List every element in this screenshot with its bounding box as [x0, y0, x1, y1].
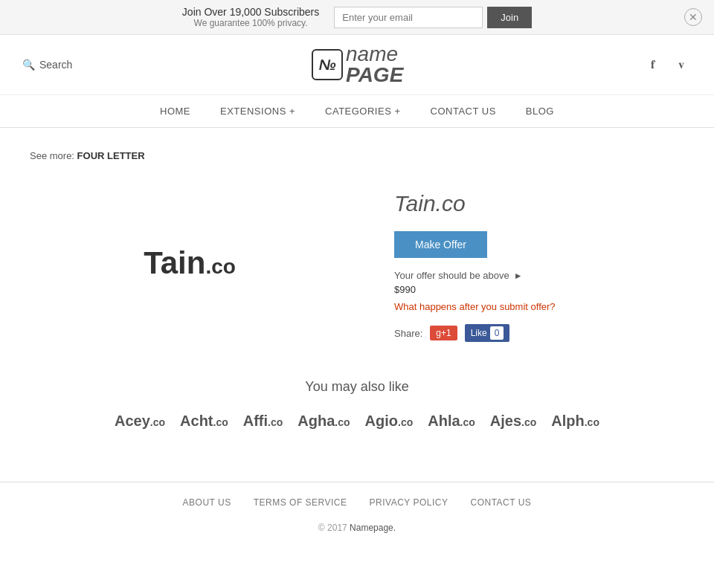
domain-card[interactable]: Affi.co [243, 413, 283, 430]
main-nav: HOME EXTENSIONS + CATEGORIES + CONTACT U… [0, 95, 714, 128]
banner-sub-text: We guarantee 100% privacy. [182, 18, 319, 28]
also-like-grid: Acey.coAcht.coAffi.coAgha.coAgio.coAhla.… [30, 413, 684, 430]
footer-nav-link[interactable]: ABOUT US [183, 497, 231, 508]
main-content: See more: FOUR LETTER Tain.co Tain.co Ma… [0, 128, 714, 482]
domain-card[interactable]: Ahla.co [428, 413, 475, 430]
offer-question-link[interactable]: What happens after you submit offer? [394, 301, 684, 312]
domain-logo-display: Tain.co [144, 245, 236, 281]
footer-nav-link[interactable]: PRIVACY POLICY [370, 497, 448, 508]
breadcrumb: See more: FOUR LETTER [30, 150, 684, 161]
search-icon: 🔍 [22, 59, 35, 71]
logo[interactable]: № name PAGE [312, 44, 403, 85]
site-header: 🔍 Search № name PAGE 𝐟 𝐯 [0, 35, 714, 95]
fb-like-label: Like [471, 328, 487, 338]
nav-home[interactable]: HOME [160, 106, 190, 117]
domain-card-tld: .co [398, 416, 413, 428]
domain-card[interactable]: Alph.co [551, 413, 599, 430]
facebook-icon[interactable]: 𝐟 [643, 54, 663, 75]
fb-count: 0 [490, 326, 504, 340]
domain-card[interactable]: Acht.co [180, 413, 228, 430]
domain-logo-name: Tain [144, 245, 205, 280]
domain-name-large: Tain.co [394, 191, 684, 216]
share-area: Share: g+1 Like 0 [394, 324, 684, 342]
logo-icon: № [312, 49, 343, 80]
footer-copyright: © 2017 Namepage. [30, 523, 684, 533]
domain-card[interactable]: Ajes.co [490, 413, 536, 430]
twitter-icon[interactable]: 𝐯 [671, 54, 692, 75]
domain-logo-tld: .co [205, 255, 235, 278]
nav-categories[interactable]: CATEGORIES + [325, 106, 400, 117]
copyright-year: © 2017 [318, 523, 347, 533]
offer-info-text: Your offer should be above [394, 270, 509, 281]
logo-area: № name PAGE [312, 44, 403, 85]
domain-card-name: Acey [115, 413, 150, 429]
logo-page: PAGE [346, 65, 403, 85]
domain-card-tld: .co [521, 416, 536, 428]
domain-section: Tain.co Tain.co Make Offer Your offer sh… [30, 184, 684, 342]
domain-card-tld: .co [150, 416, 165, 428]
domain-card[interactable]: Acey.co [115, 413, 165, 430]
domain-card-tld: .co [460, 416, 475, 428]
nav-blog[interactable]: BLOG [526, 106, 554, 117]
footer-brand-link[interactable]: Namepage. [350, 523, 396, 533]
nav-extensions[interactable]: EXTENSIONS + [220, 106, 295, 117]
top-banner: Join Over 19,000 Subscribers We guarante… [0, 0, 714, 35]
domain-card-tld: .co [268, 416, 283, 428]
share-label: Share: [394, 328, 422, 339]
offer-amount: $990 [394, 284, 684, 295]
search-area[interactable]: 🔍 Search [22, 59, 72, 71]
nav-contact[interactable]: CONTACT US [431, 106, 496, 117]
domain-card-name: Agha [298, 413, 335, 429]
banner-main-text: Join Over 19,000 Subscribers [182, 6, 319, 18]
join-button[interactable]: Join [487, 7, 532, 28]
gplus-button[interactable]: g+1 [430, 326, 457, 340]
domain-card[interactable]: Agha.co [298, 413, 350, 430]
domain-card-tld: .co [335, 416, 350, 428]
domain-logo-area: Tain.co [30, 184, 350, 342]
close-banner-button[interactable]: ✕ [684, 8, 702, 26]
search-label: Search [39, 59, 72, 71]
offer-arrow-icon: ► [514, 271, 523, 281]
domain-card-name: Alph [551, 413, 584, 429]
domain-card-name: Ajes [490, 413, 521, 429]
see-more-prefix: See more: [30, 150, 74, 161]
footer-nav-link[interactable]: CONTACT US [470, 497, 531, 508]
domain-card-name: Acht [180, 413, 213, 429]
fb-like-button[interactable]: Like 0 [465, 324, 510, 342]
offer-info: Your offer should be above ► [394, 270, 684, 281]
footer: ABOUT USTERMS OF SERVICEPRIVACY POLICYCO… [0, 482, 714, 548]
logo-text: name PAGE [346, 44, 403, 85]
domain-card-name: Ahla [428, 413, 460, 429]
domain-info: Tain.co Make Offer Your offer should be … [394, 184, 684, 342]
banner-text: Join Over 19,000 Subscribers We guarante… [182, 6, 319, 28]
domain-card[interactable]: Agio.co [365, 413, 414, 430]
domain-card-tld: .co [585, 416, 599, 428]
logo-name: name [346, 44, 403, 65]
domain-card-name: Affi [243, 413, 268, 429]
email-input[interactable] [334, 7, 483, 28]
footer-nav-link[interactable]: TERMS OF SERVICE [254, 497, 347, 508]
domain-card-tld: .co [213, 416, 228, 428]
also-like-section: You may also like Acey.coAcht.coAffi.coA… [30, 379, 684, 430]
see-more-link[interactable]: FOUR LETTER [77, 150, 145, 161]
make-offer-button[interactable]: Make Offer [394, 231, 487, 258]
email-form: Join [334, 7, 532, 28]
footer-nav: ABOUT USTERMS OF SERVICEPRIVACY POLICYCO… [30, 497, 684, 508]
social-icons: 𝐟 𝐯 [643, 54, 692, 75]
also-like-title: You may also like [30, 379, 684, 395]
domain-card-name: Agio [365, 413, 398, 429]
